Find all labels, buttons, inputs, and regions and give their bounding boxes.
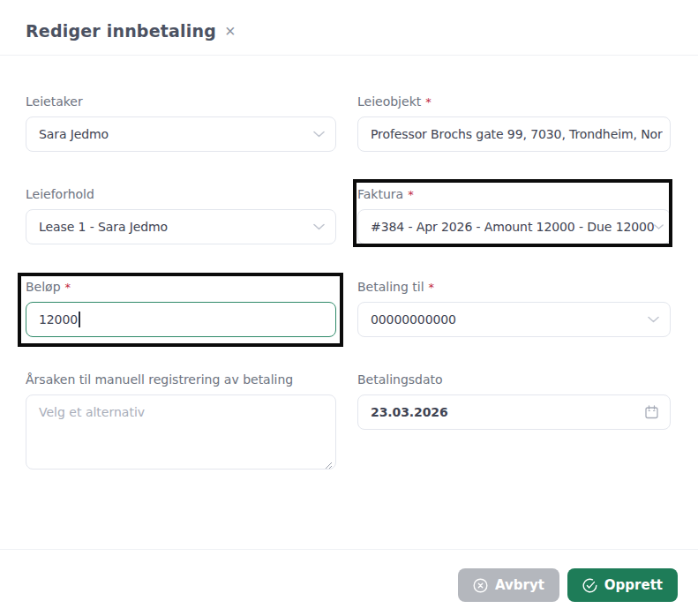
leietaker-value: Sara Jedmo bbox=[39, 127, 109, 141]
circle-x-icon bbox=[473, 578, 488, 593]
leieforhold-value: Lease 1 - Sara Jedmo bbox=[39, 220, 168, 234]
chevron-down-icon bbox=[313, 131, 325, 138]
belop-input[interactable]: 12000 bbox=[26, 302, 336, 337]
field-betaling-til: Betaling til* 00000000000 bbox=[357, 280, 671, 337]
belop-value: 12000 bbox=[39, 312, 78, 327]
faktura-value: #384 - Apr 2026 - Amount 12000 - Due 120… bbox=[371, 220, 655, 234]
faktura-label: Faktura* bbox=[357, 187, 671, 201]
leieobjekt-label: Leieobjekt* bbox=[357, 94, 671, 109]
text-caret bbox=[79, 312, 80, 327]
required-asterisk: * bbox=[65, 281, 71, 294]
field-reason: Årsaken til manuell registrering av beta… bbox=[26, 372, 336, 473]
page-title: Rediger innbetaling bbox=[26, 21, 216, 41]
leieobjekt-value: Professor Brochs gate 99, 7030, Trondhei… bbox=[371, 127, 663, 141]
field-leieforhold: Leieforhold Lease 1 - Sara Jedmo bbox=[26, 187, 336, 244]
cancel-button-label: Avbryt bbox=[495, 577, 544, 593]
faktura-select[interactable]: #384 - Apr 2026 - Amount 12000 - Due 120… bbox=[357, 209, 671, 244]
chevron-down-icon bbox=[648, 316, 659, 323]
leieforhold-label: Leieforhold bbox=[26, 187, 336, 201]
submit-button[interactable]: Opprett bbox=[567, 568, 678, 602]
chevron-down-icon bbox=[313, 223, 325, 230]
modal-footer: Avbryt Opprett bbox=[0, 549, 698, 602]
close-icon[interactable]: × bbox=[225, 22, 236, 40]
reason-textarea[interactable] bbox=[26, 394, 336, 470]
betaling-til-select[interactable]: 00000000000 bbox=[357, 302, 671, 337]
betalingsdato-value: 23.03.2026 bbox=[371, 405, 448, 419]
field-leietaker: Leietaker Sara Jedmo bbox=[26, 94, 336, 152]
required-asterisk: * bbox=[408, 188, 414, 201]
field-leieobjekt: Leieobjekt* Professor Brochs gate 99, 70… bbox=[357, 94, 671, 152]
leieforhold-select[interactable]: Lease 1 - Sara Jedmo bbox=[26, 209, 336, 244]
reason-label: Årsaken til manuell registrering av beta… bbox=[26, 372, 336, 387]
cancel-button[interactable]: Avbryt bbox=[458, 568, 559, 602]
field-belop: Beløp* 12000 bbox=[26, 280, 336, 337]
circle-check-icon bbox=[582, 578, 597, 593]
betalingsdato-input[interactable]: 23.03.2026 bbox=[357, 394, 671, 430]
belop-label: Beløp* bbox=[26, 280, 336, 294]
betaling-til-value: 00000000000 bbox=[371, 312, 456, 327]
modal-header: Rediger innbetaling × bbox=[0, 0, 698, 56]
leieobjekt-input[interactable]: Professor Brochs gate 99, 7030, Trondhei… bbox=[357, 116, 671, 152]
betalingsdato-label: Betalingsdato bbox=[357, 372, 671, 387]
field-betalingsdato: Betalingsdato 23.03.2026 bbox=[357, 372, 671, 473]
payment-form: Leietaker Sara Jedmo Leieobjekt* Profess… bbox=[0, 56, 698, 473]
chevron-down-icon bbox=[654, 224, 664, 230]
field-faktura: Faktura* #384 - Apr 2026 - Amount 12000 … bbox=[357, 187, 671, 244]
required-asterisk: * bbox=[425, 95, 432, 109]
submit-button-label: Opprett bbox=[604, 577, 663, 593]
calendar-icon[interactable] bbox=[643, 404, 660, 421]
leietaker-select[interactable]: Sara Jedmo bbox=[26, 116, 336, 152]
betaling-til-label: Betaling til* bbox=[357, 280, 671, 294]
required-asterisk: * bbox=[429, 281, 435, 294]
leietaker-label: Leietaker bbox=[26, 94, 336, 109]
edit-payment-modal: Rediger innbetaling × Leietaker Sara Jed… bbox=[0, 0, 698, 616]
